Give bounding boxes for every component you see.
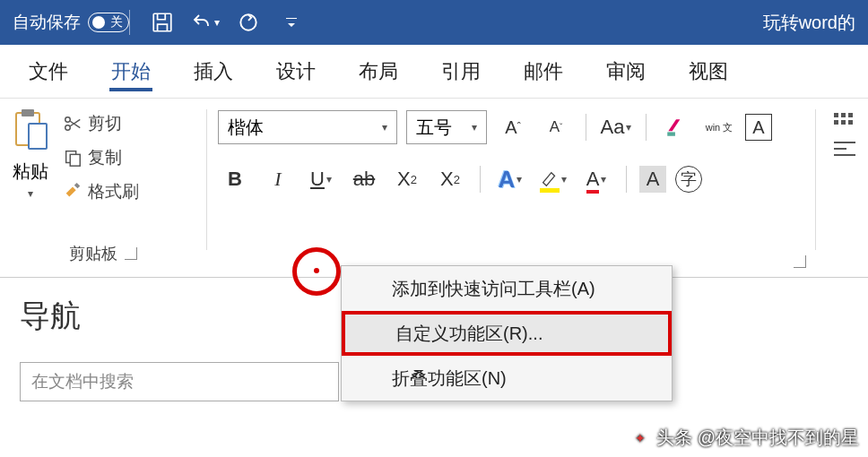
char-shading-button[interactable]: A bbox=[639, 166, 666, 193]
tab-mailings[interactable]: 邮件 bbox=[502, 45, 585, 99]
save-button[interactable] bbox=[148, 8, 177, 37]
undo-button[interactable]: ▾ bbox=[191, 8, 220, 37]
nav-title: 导航 bbox=[20, 296, 321, 337]
brush-icon bbox=[63, 182, 82, 202]
group-clipboard: 粘贴 ▾ 剪切 复制 bbox=[0, 99, 206, 277]
phonetic-guide-button[interactable]: win 文 bbox=[702, 110, 736, 144]
char-border-button[interactable]: A bbox=[745, 114, 772, 141]
font-size-select[interactable]: 五号▾ bbox=[406, 110, 487, 144]
menu-customize-ribbon[interactable]: 自定义功能区(R)... bbox=[342, 311, 672, 356]
group-title-clipboard: 剪贴板 bbox=[11, 237, 195, 270]
svg-rect-0 bbox=[153, 13, 171, 31]
bullets-icon[interactable] bbox=[834, 113, 857, 125]
format-painter-button[interactable]: 格式刷 bbox=[63, 176, 139, 208]
menu-add-to-qat[interactable]: 添加到快速访问工具栏(A) bbox=[342, 266, 672, 311]
qat-more-button[interactable] bbox=[277, 8, 306, 37]
highlight-button[interactable]: ▾ bbox=[536, 162, 570, 196]
titlebar: 自动保存 关 ▾ 玩转word的 bbox=[0, 0, 868, 45]
svg-rect-8 bbox=[70, 154, 80, 166]
increase-font-button[interactable]: Aˆ bbox=[496, 110, 530, 144]
font-color-button[interactable]: A▾ bbox=[579, 162, 613, 196]
annotation-dot bbox=[314, 268, 319, 273]
watermark: ✦ 头条 @夜空中找不到的星 bbox=[629, 426, 859, 450]
svg-rect-3 bbox=[22, 109, 34, 116]
change-case-button[interactable]: Aa▾ bbox=[599, 110, 633, 144]
dialog-launcher-icon[interactable] bbox=[125, 247, 137, 260]
ribbon: 粘贴 ▾ 剪切 复制 bbox=[0, 99, 868, 278]
auto-save-label: 自动保存 bbox=[13, 11, 81, 34]
ribbon-tabs: 文件 开始 插入 设计 布局 引用 邮件 审阅 视图 bbox=[0, 45, 868, 99]
svg-rect-4 bbox=[29, 124, 47, 149]
underline-button[interactable]: U▾ bbox=[304, 162, 338, 196]
paste-label: 粘贴 bbox=[13, 160, 48, 184]
svg-point-1 bbox=[240, 14, 256, 30]
navigation-pane: 导航 在文档中搜索 bbox=[0, 278, 341, 419]
group-font: 楷体▾ 五号▾ Aˆ Aˇ Aa▾ win 文 A B bbox=[207, 99, 815, 277]
decrease-font-button[interactable]: Aˇ bbox=[539, 110, 573, 144]
tab-design[interactable]: 设计 bbox=[255, 45, 337, 99]
text-effects-button[interactable]: A▾ bbox=[493, 162, 527, 196]
enclose-char-button[interactable]: 字 bbox=[675, 166, 702, 193]
bold-button[interactable]: B bbox=[218, 162, 252, 196]
strikethrough-button[interactable]: ab bbox=[347, 162, 381, 196]
tab-home[interactable]: 开始 bbox=[90, 45, 172, 99]
tab-review[interactable]: 审阅 bbox=[585, 45, 667, 99]
context-menu: 添加到快速访问工具栏(A) 自定义功能区(R)... 折叠功能区(N) bbox=[341, 265, 673, 401]
copy-button[interactable]: 复制 bbox=[63, 142, 139, 174]
document-title: 玩转word的 bbox=[763, 11, 855, 35]
watermark-icon: ✦ bbox=[629, 427, 651, 449]
auto-save[interactable]: 自动保存 关 bbox=[13, 11, 129, 34]
group-paragraph bbox=[816, 99, 868, 277]
search-input[interactable]: 在文档中搜索 bbox=[20, 362, 339, 401]
tab-layout[interactable]: 布局 bbox=[337, 45, 420, 99]
quick-access-toolbar: ▾ bbox=[148, 8, 306, 37]
tab-file[interactable]: 文件 bbox=[7, 45, 90, 99]
superscript-button[interactable]: X2 bbox=[433, 162, 467, 196]
clipboard-icon bbox=[11, 108, 50, 156]
svg-point-6 bbox=[65, 125, 71, 131]
tab-view[interactable]: 视图 bbox=[667, 45, 750, 99]
align-left-icon[interactable] bbox=[834, 141, 857, 157]
tab-references[interactable]: 引用 bbox=[420, 45, 502, 99]
paste-button[interactable]: 粘贴 ▾ bbox=[11, 108, 50, 200]
clear-format-button[interactable] bbox=[659, 110, 693, 144]
subscript-button[interactable]: X2 bbox=[390, 162, 424, 196]
font-name-select[interactable]: 楷体▾ bbox=[218, 110, 397, 144]
copy-icon bbox=[63, 148, 82, 168]
dialog-launcher-icon[interactable] bbox=[794, 255, 806, 268]
tab-insert[interactable]: 插入 bbox=[172, 45, 255, 99]
menu-collapse-ribbon[interactable]: 折叠功能区(N) bbox=[342, 356, 672, 401]
auto-save-toggle[interactable]: 关 bbox=[88, 13, 129, 32]
redo-button[interactable] bbox=[234, 8, 263, 37]
cut-button[interactable]: 剪切 bbox=[63, 108, 139, 140]
chevron-down-icon: ▾ bbox=[28, 187, 33, 200]
italic-button[interactable]: I bbox=[261, 162, 295, 196]
svg-rect-9 bbox=[667, 132, 675, 135]
scissors-icon bbox=[63, 114, 82, 134]
svg-point-5 bbox=[65, 117, 71, 123]
